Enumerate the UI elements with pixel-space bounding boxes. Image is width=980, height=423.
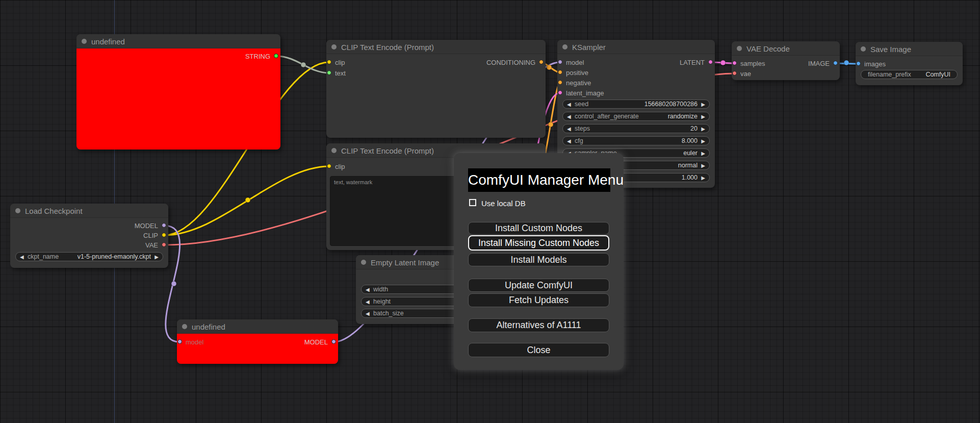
node-vae-decode[interactable]: VAE DecodesamplesvaeIMAGE	[732, 41, 840, 80]
link-midpoint-dot[interactable]	[844, 60, 849, 65]
node-undefined-string[interactable]: undefinedSTRING	[76, 34, 280, 150]
install-missing-custom-nodes-button[interactable]: Install Missing Custom Nodes	[468, 235, 609, 251]
node-title-bar[interactable]: KSampler	[557, 40, 715, 54]
node-body	[76, 48, 280, 150]
input-port-model[interactable]	[558, 60, 562, 64]
use-local-db-checkbox[interactable]	[469, 199, 476, 206]
install-custom-nodes-button[interactable]: Install Custom Nodes	[468, 222, 609, 235]
input-port-samples[interactable]	[732, 61, 737, 65]
link-midpoint-dot[interactable]	[547, 65, 552, 70]
widget-increment-icon[interactable]: ▶	[154, 254, 159, 260]
input-port-latent_image[interactable]	[558, 90, 562, 95]
node-title-bar[interactable]: undefined	[177, 319, 338, 334]
node-title-bar[interactable]: undefined	[76, 34, 280, 48]
widget-decrement-icon[interactable]: ◀	[567, 101, 571, 108]
node-collapse-dot-icon[interactable]	[331, 148, 337, 153]
node-title-bar[interactable]: VAE Decode	[732, 41, 840, 56]
widget-increment-icon[interactable]: ▶	[701, 162, 705, 169]
widget-label: filename_prefix	[868, 71, 911, 79]
node-collapse-dot-icon[interactable]	[331, 44, 337, 49]
widget-steps[interactable]: ◀▶steps20	[562, 124, 710, 133]
widget-increment-icon[interactable]: ▶	[701, 101, 705, 108]
widget-value: euler	[683, 150, 698, 157]
output-port-label: IMAGE	[808, 60, 830, 67]
node-collapse-dot-icon[interactable]	[861, 46, 866, 52]
output-port-MODEL[interactable]	[331, 339, 336, 344]
close-button[interactable]: Close	[468, 343, 609, 357]
output-port-IMAGE[interactable]	[833, 61, 838, 65]
node-title: Load Checkpoint	[25, 207, 83, 215]
widget-decrement-icon[interactable]: ◀	[567, 113, 571, 120]
node-undefined-model[interactable]: undefinedmodelMODEL	[177, 319, 338, 364]
node-title-bar[interactable]: CLIP Text Encode (Prompt)	[326, 40, 546, 54]
link-midpoint-dot[interactable]	[720, 60, 726, 65]
input-port-positive[interactable]	[558, 70, 562, 74]
widget-increment-icon[interactable]: ▶	[701, 175, 705, 181]
input-port-clip[interactable]	[327, 164, 331, 168]
input-port-label: negative	[566, 79, 591, 87]
widget-control_after_generate[interactable]: ◀▶control_after_generaterandomize	[562, 112, 710, 121]
widget-decrement-icon[interactable]: ◀	[567, 126, 571, 132]
input-port-vae[interactable]	[732, 71, 737, 76]
output-port-VAE[interactable]	[162, 242, 166, 247]
node-title: undefined	[91, 37, 125, 46]
widget-value: 20	[690, 125, 698, 133]
input-port-text[interactable]	[327, 70, 331, 75]
node-collapse-dot-icon[interactable]	[737, 46, 742, 51]
widget-value: 156680208700286	[644, 101, 698, 108]
alternatives-of-a1111-button[interactable]: Alternatives of A1111	[468, 318, 609, 332]
output-port-CONDITIONING[interactable]	[539, 60, 544, 64]
input-port-images[interactable]	[856, 61, 861, 66]
input-port-model[interactable]	[177, 339, 182, 344]
link-midpoint-dot[interactable]	[301, 62, 306, 67]
node-clip-text-encode-1[interactable]: CLIP Text Encode (Prompt)cliptextCONDITI…	[326, 40, 546, 138]
output-port-MODEL[interactable]	[162, 223, 166, 228]
widget-label: cfg	[575, 137, 583, 145]
node-save-image[interactable]: Save Imageimagesfilename_prefixComfyUI	[856, 42, 963, 85]
node-title-bar[interactable]: Save Image	[856, 42, 963, 56]
widget-label: steps	[575, 125, 590, 133]
node-collapse-dot-icon[interactable]	[15, 208, 20, 213]
install-models-button[interactable]: Install Models	[468, 253, 609, 266]
node-load-checkpoint[interactable]: Load CheckpointMODELCLIPVAE◀▶ckpt_namev1…	[10, 204, 168, 268]
widget-increment-icon[interactable]: ▶	[701, 138, 705, 144]
node-collapse-dot-icon[interactable]	[361, 260, 366, 265]
widget-decrement-icon[interactable]: ◀	[366, 286, 370, 293]
output-port-STRING[interactable]	[274, 54, 278, 58]
widget-seed[interactable]: ◀▶seed156680208700286	[562, 99, 710, 109]
widget-value: 1.000	[682, 174, 698, 182]
input-port-label: clip	[335, 59, 345, 66]
link-midpoint-dot[interactable]	[245, 197, 250, 203]
widget-decrement-icon[interactable]: ◀	[20, 254, 24, 260]
link-midpoint-dot[interactable]	[171, 281, 176, 286]
comfyui-manager-dialog: ComfyUI Manager Menu Use local DB Instal…	[454, 153, 624, 370]
widget-label: height	[373, 298, 391, 306]
node-title-bar[interactable]: Load Checkpoint	[10, 204, 168, 218]
node-collapse-dot-icon[interactable]	[82, 39, 87, 44]
output-port-LATENT[interactable]	[708, 60, 713, 64]
node-collapse-dot-icon[interactable]	[182, 324, 187, 329]
widget-increment-icon[interactable]: ▶	[701, 126, 705, 132]
widget-value: randomize	[668, 113, 698, 120]
widget-decrement-icon[interactable]: ◀	[567, 138, 571, 144]
input-port-label: samples	[740, 60, 765, 67]
node-canvas[interactable]: undefinedSTRINGCLIP Text Encode (Prompt)…	[0, 0, 980, 423]
widget-increment-icon[interactable]: ▶	[701, 150, 705, 157]
widget-cfg[interactable]: ◀▶cfg8.000	[562, 136, 710, 145]
input-port-negative[interactable]	[558, 80, 562, 85]
widget-decrement-icon[interactable]: ◀	[366, 310, 370, 317]
link-midpoint-dot[interactable]	[548, 122, 553, 127]
node-title: CLIP Text Encode (Prompt)	[341, 43, 434, 52]
output-port-CLIP[interactable]	[162, 233, 166, 237]
input-port-clip[interactable]	[327, 60, 331, 64]
widget-filename_prefix[interactable]: filename_prefixComfyUI	[861, 70, 958, 79]
widget-ckpt_name[interactable]: ◀▶ckpt_namev1-5-pruned-emaonly.ckpt	[15, 252, 163, 261]
update-comfyui-button[interactable]: Update ComfyUI	[468, 279, 609, 292]
node-collapse-dot-icon[interactable]	[562, 44, 568, 49]
widget-decrement-icon[interactable]: ◀	[366, 298, 370, 305]
output-port-label: MODEL	[135, 222, 158, 230]
fetch-updates-button[interactable]: Fetch Updates	[468, 293, 609, 307]
widget-label: seed	[575, 101, 588, 108]
node-title: KSampler	[572, 43, 606, 52]
widget-increment-icon[interactable]: ▶	[701, 113, 705, 120]
